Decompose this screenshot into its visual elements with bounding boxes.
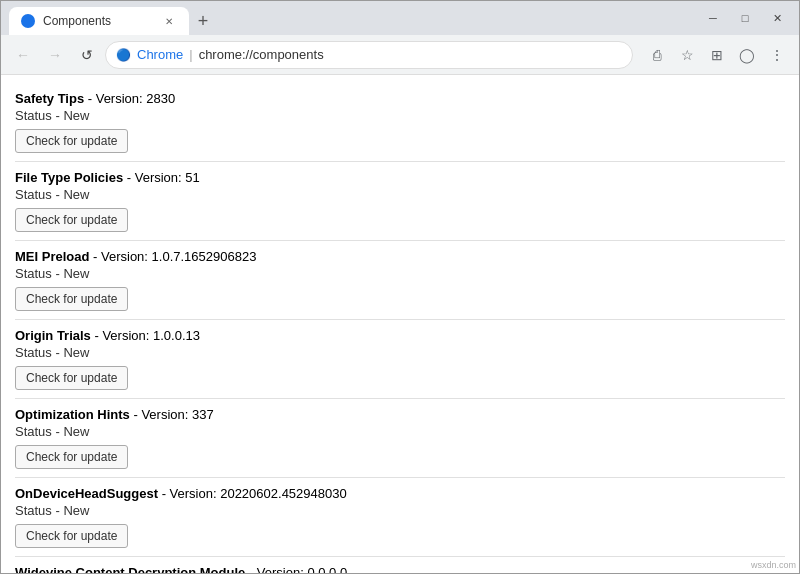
tab-bar: Components ✕ + xyxy=(9,1,699,35)
component-item: File Type Policies - Version: 51Status -… xyxy=(15,162,785,241)
component-version: - Version: 1.0.0.13 xyxy=(91,328,200,343)
component-name: MEI Preload xyxy=(15,249,89,264)
navbar: ← → ↺ 🔵 Chrome | chrome://components ⎙ ☆… xyxy=(1,35,799,75)
page-content: Safety Tips - Version: 2830Status - NewC… xyxy=(1,75,799,573)
toolbar-icons: ⎙ ☆ ⊞ ◯ ⋮ xyxy=(643,41,791,69)
bookmark-icon[interactable]: ☆ xyxy=(673,41,701,69)
component-item: Safety Tips - Version: 2830Status - NewC… xyxy=(15,83,785,162)
component-status: Status - New xyxy=(15,266,785,281)
tab-close-button[interactable]: ✕ xyxy=(161,13,177,29)
component-name: OnDeviceHeadSuggest xyxy=(15,486,158,501)
component-item: Origin Trials - Version: 1.0.0.13Status … xyxy=(15,320,785,399)
minimize-button[interactable]: ─ xyxy=(699,4,727,32)
profile-icon[interactable]: ◯ xyxy=(733,41,761,69)
menu-icon[interactable]: ⋮ xyxy=(763,41,791,69)
close-button[interactable]: ✕ xyxy=(763,4,791,32)
titlebar: Components ✕ + ─ □ ✕ xyxy=(1,1,799,35)
component-status: Status - New xyxy=(15,108,785,123)
window-controls: ─ □ ✕ xyxy=(699,4,791,32)
component-item: Optimization Hints - Version: 337Status … xyxy=(15,399,785,478)
component-name-line: Origin Trials - Version: 1.0.0.13 xyxy=(15,328,785,343)
component-name: Safety Tips xyxy=(15,91,84,106)
check-update-button[interactable]: Check for update xyxy=(15,445,128,469)
browser-window: Components ✕ + ─ □ ✕ ← → ↺ 🔵 Chrome | ch… xyxy=(0,0,800,574)
component-status: Status - New xyxy=(15,503,785,518)
extensions-icon[interactable]: ⊞ xyxy=(703,41,731,69)
check-update-button[interactable]: Check for update xyxy=(15,208,128,232)
tab-label: Components xyxy=(43,14,111,28)
address-separator: | xyxy=(189,47,192,62)
check-update-button[interactable]: Check for update xyxy=(15,524,128,548)
component-name-line: OnDeviceHeadSuggest - Version: 20220602.… xyxy=(15,486,785,501)
component-name-line: Widevine Content Decryption Module - Ver… xyxy=(15,565,785,573)
component-name-line: Optimization Hints - Version: 337 xyxy=(15,407,785,422)
check-update-button[interactable]: Check for update xyxy=(15,366,128,390)
component-version: - Version: 337 xyxy=(130,407,214,422)
reload-button[interactable]: ↺ xyxy=(73,41,101,69)
component-name-line: File Type Policies - Version: 51 xyxy=(15,170,785,185)
back-button[interactable]: ← xyxy=(9,41,37,69)
address-bar[interactable]: 🔵 Chrome | chrome://components xyxy=(105,41,633,69)
component-name-line: MEI Preload - Version: 1.0.7.1652906823 xyxy=(15,249,785,264)
component-version: - Version: 2830 xyxy=(84,91,175,106)
browser-brand: Chrome xyxy=(137,47,183,62)
component-status: Status - New xyxy=(15,187,785,202)
component-name: Origin Trials xyxy=(15,328,91,343)
site-info-icon: 🔵 xyxy=(116,48,131,62)
component-version: - Version: 0.0.0.0 xyxy=(245,565,347,573)
component-name-line: Safety Tips - Version: 2830 xyxy=(15,91,785,106)
component-item: Widevine Content Decryption Module - Ver… xyxy=(15,557,785,573)
new-tab-button[interactable]: + xyxy=(189,7,217,35)
component-status: Status - New xyxy=(15,345,785,360)
active-tab[interactable]: Components ✕ xyxy=(9,7,189,35)
tab-favicon xyxy=(21,14,35,28)
component-version: - Version: 1.0.7.1652906823 xyxy=(89,249,256,264)
maximize-button[interactable]: □ xyxy=(731,4,759,32)
component-version: - Version: 20220602.452948030 xyxy=(158,486,347,501)
address-url: chrome://components xyxy=(199,47,324,62)
component-item: OnDeviceHeadSuggest - Version: 20220602.… xyxy=(15,478,785,557)
component-item: MEI Preload - Version: 1.0.7.1652906823S… xyxy=(15,241,785,320)
component-name: Widevine Content Decryption Module xyxy=(15,565,245,573)
forward-button[interactable]: → xyxy=(41,41,69,69)
component-status: Status - New xyxy=(15,424,785,439)
share-icon[interactable]: ⎙ xyxy=(643,41,671,69)
check-update-button[interactable]: Check for update xyxy=(15,129,128,153)
component-version: - Version: 51 xyxy=(123,170,200,185)
component-name: Optimization Hints xyxy=(15,407,130,422)
component-name: File Type Policies xyxy=(15,170,123,185)
check-update-button[interactable]: Check for update xyxy=(15,287,128,311)
